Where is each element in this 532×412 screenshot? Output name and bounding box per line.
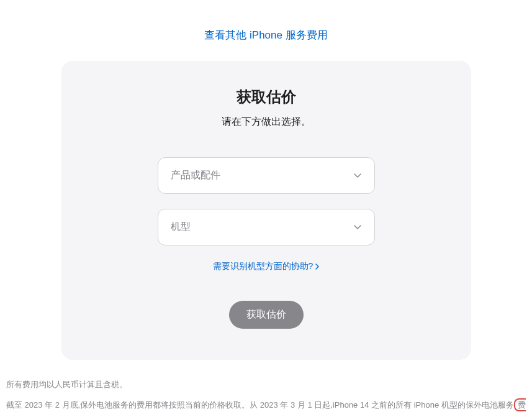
footer-line-2-text: 截至 2023 年 2 月底,保外电池服务的费用都将按照当前的价格收取。从 20…: [6, 400, 514, 410]
footer-line-2: 截至 2023 年 2 月底,保外电池服务的费用都将按照当前的价格收取。从 20…: [6, 398, 526, 412]
chevron-right-icon: [315, 262, 319, 272]
product-select[interactable]: 产品或配件: [158, 157, 375, 194]
chevron-down-icon: [353, 223, 362, 232]
help-link-label: 需要识别机型方面的协助?: [213, 261, 313, 272]
model-select[interactable]: 机型: [158, 209, 375, 245]
product-select-placeholder: 产品或配件: [171, 169, 220, 182]
model-select-placeholder: 机型: [171, 221, 191, 234]
card-title: 获取估价: [86, 87, 446, 107]
help-link-container: 需要识别机型方面的协助?: [86, 260, 446, 272]
estimate-card: 获取估价 请在下方做出选择。 产品或配件 机型 需要识别机型方面的协助? 获取估…: [61, 61, 471, 360]
get-estimate-button[interactable]: 获取估价: [229, 301, 304, 329]
footer: 所有费用均以人民币计算且含税。 截至 2023 年 2 月底,保外电池服务的费用…: [0, 360, 532, 412]
footer-line-1: 所有费用均以人民币计算且含税。: [6, 377, 526, 393]
card-subtitle: 请在下方做出选择。: [86, 116, 446, 129]
other-services-link[interactable]: 查看其他 iPhone 服务费用: [204, 29, 327, 41]
identify-model-help-link[interactable]: 需要识别机型方面的协助?: [213, 261, 320, 272]
chevron-down-icon: [353, 172, 362, 180]
top-link-container: 查看其他 iPhone 服务费用: [0, 0, 532, 61]
